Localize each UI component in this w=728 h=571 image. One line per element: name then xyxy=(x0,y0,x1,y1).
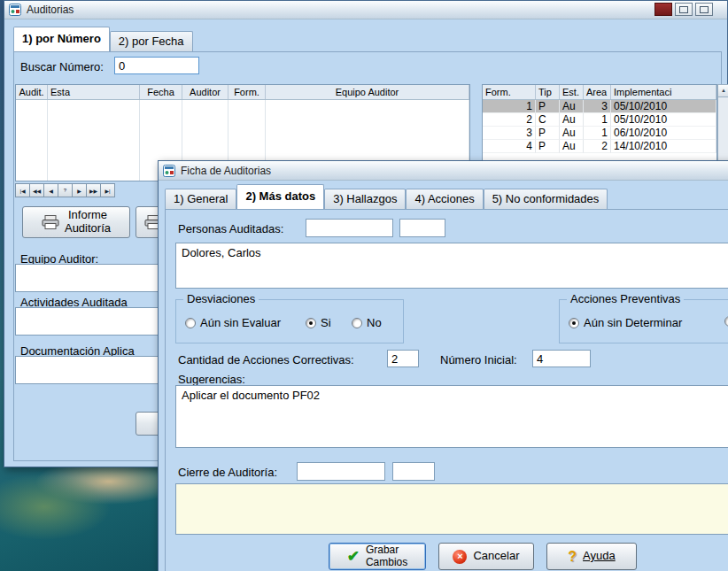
nav-last-button[interactable]: ▶| xyxy=(100,183,115,197)
check-icon xyxy=(347,549,360,564)
ayuda-label: Ayuda xyxy=(583,550,616,563)
cancel-icon xyxy=(453,550,467,564)
radio-selected-icon xyxy=(569,318,579,328)
column-header: Audit. xyxy=(16,85,48,99)
tab-acciones[interactable]: 4) Acciones xyxy=(406,189,483,209)
radio-selected-icon xyxy=(306,318,316,328)
personas-input-1[interactable] xyxy=(306,219,393,237)
nav-next-button[interactable]: ▶ xyxy=(72,183,87,197)
tab-hallazgos[interactable]: 3) Hallazgos xyxy=(324,189,406,209)
cancelar-button[interactable]: Cancelar xyxy=(438,543,534,570)
informe-auditoria-label: Informe Auditoría xyxy=(65,209,111,235)
column-header: Est. xyxy=(560,85,584,99)
desviaciones-legend: Desviaciones xyxy=(183,292,259,305)
column-header: Esta xyxy=(48,85,140,99)
dialog-tabs: 1) General 2) Más datos 3) Hallazgos 4) … xyxy=(165,185,608,209)
cierre-memo[interactable] xyxy=(175,483,728,535)
numero-inicial-input[interactable] xyxy=(532,350,591,367)
printer-icon xyxy=(42,215,59,229)
cantidad-label: Cantidad de Acciones Correctivas: xyxy=(178,353,354,367)
personas-input-2[interactable] xyxy=(399,219,445,237)
main-tabs: 1) por Número 2) por Fecha xyxy=(13,27,193,51)
radio-aun-sin-evaluar[interactable]: Aún sin Evaluar xyxy=(185,316,281,329)
cierre-input-1[interactable] xyxy=(297,462,385,481)
radio-partial[interactable] xyxy=(724,316,728,327)
search-input[interactable] xyxy=(114,57,199,74)
column-header: Implementaci xyxy=(611,85,716,99)
nav-fastprev-button[interactable]: ◀◀ xyxy=(29,183,44,197)
search-label: Buscar Número: xyxy=(20,60,104,73)
personas-memo[interactable]: Dolores, Carlos xyxy=(175,243,728,289)
tab-general[interactable]: 1) General xyxy=(165,189,236,209)
cancelar-label: Cancelar xyxy=(473,550,519,563)
help-icon xyxy=(568,550,577,564)
nav-fastnext-button[interactable]: ▶▶ xyxy=(86,183,101,197)
close-button[interactable] xyxy=(654,3,672,16)
record-navigator: |◀ ◀◀ ◀ ? ▶ ▶▶ ▶| xyxy=(15,183,115,197)
nav-prev-button[interactable]: ◀ xyxy=(43,183,58,197)
window-title: Auditorias xyxy=(27,4,74,16)
grabar-cambios-label: Grabar Cambios xyxy=(366,544,407,569)
tab-mas-datos[interactable]: 2) Más datos xyxy=(236,184,324,209)
sugerencias-memo[interactable]: Aplicar el documento PF02 xyxy=(175,385,728,448)
grid-row[interactable]: 2 C Au 1 05/10/2010 xyxy=(483,113,716,127)
desviaciones-group: Desviaciones Aún sin Evaluar Si No xyxy=(175,299,404,343)
column-header: Form. xyxy=(228,85,266,99)
informe-auditoria-button[interactable]: Informe Auditoría xyxy=(22,206,130,238)
personas-auditadas-label: Personas Auditadas: xyxy=(178,222,283,235)
radio-icon xyxy=(352,318,362,328)
cantidad-input[interactable] xyxy=(387,350,419,367)
acciones-preventivas-legend: Acciones Preventivas xyxy=(567,292,684,305)
radio-icon xyxy=(185,318,196,328)
column-header: Tip xyxy=(536,85,560,99)
sugerencias-label: Sugerencias: xyxy=(178,373,245,386)
numero-inicial-label: Número Inicial: xyxy=(440,353,517,367)
grabar-cambios-button[interactable]: Grabar Cambios xyxy=(329,543,426,570)
forms-grid-header: Form. Tip Est. Area Implementaci xyxy=(483,85,716,100)
radio-no[interactable]: No xyxy=(352,316,382,329)
acciones-preventivas-group: Acciones Preventivas Aún sin Determinar xyxy=(559,299,728,343)
actividades-field[interactable] xyxy=(15,307,159,336)
tab-por-numero[interactable]: 1) por Número xyxy=(13,27,110,51)
app-icon xyxy=(163,165,175,177)
auditorias-titlebar[interactable]: Auditorias xyxy=(4,1,727,19)
nav-help-button[interactable]: ? xyxy=(58,183,73,197)
tab-por-fecha[interactable]: 2) por Fecha xyxy=(110,31,193,51)
grid-row[interactable]: 4 P Au 2 14/10/2010 xyxy=(483,140,716,153)
column-header: Auditor xyxy=(182,85,228,99)
ficha-titlebar[interactable]: Ficha de Auditorias xyxy=(159,161,728,181)
column-header: Area xyxy=(584,85,611,99)
grid-row[interactable]: 3 P Au 1 06/10/2010 xyxy=(483,127,716,140)
nav-first-button[interactable]: |◀ xyxy=(15,183,30,197)
radio-icon xyxy=(724,316,728,327)
app-icon xyxy=(9,4,21,16)
radio-aun-sin-determinar[interactable]: Aún sin Determinar xyxy=(569,316,682,329)
cierre-label: Cierre de Auditoría: xyxy=(178,466,277,479)
column-header: Fecha xyxy=(140,85,182,99)
tab-no-conformidades[interactable]: 5) No conformidades xyxy=(484,189,608,209)
ayuda-button[interactable]: Ayuda xyxy=(546,543,637,570)
documentacion-field[interactable] xyxy=(15,356,159,384)
maximize-button[interactable] xyxy=(675,3,693,16)
column-header: Equipo Auditor xyxy=(266,85,469,99)
equipo-auditor-field[interactable] xyxy=(15,264,159,292)
scroll-up-icon[interactable] xyxy=(718,85,728,97)
cierre-input-2[interactable] xyxy=(392,462,435,481)
column-header: Form. xyxy=(483,85,536,99)
dialog-title: Ficha de Auditorias xyxy=(181,165,271,177)
audits-grid-header: Audit. Esta Fecha Auditor Form. Equipo A… xyxy=(16,85,469,100)
grid-row[interactable]: 1 P Au 3 05/10/2010 xyxy=(483,100,716,113)
minimize-button[interactable] xyxy=(695,3,713,16)
radio-si[interactable]: Si xyxy=(306,316,331,329)
ficha-auditorias-dialog: Ficha de Auditorias 1) General 2) Más da… xyxy=(158,160,728,571)
